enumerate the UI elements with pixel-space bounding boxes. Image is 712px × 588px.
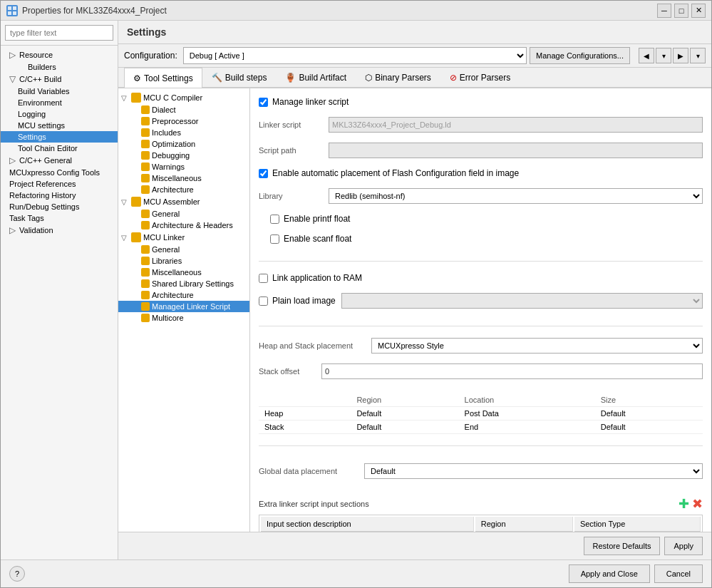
tree-item-settings[interactable]: Settings [1,131,118,143]
extra-sections-actions: ✚ ✖ [679,497,703,510]
tree-dialect[interactable]: Dialect [118,104,249,115]
stack-offset-row: Stack offset [259,363,703,379]
tree-item-environment[interactable]: Environment [1,97,118,108]
scanf-float-label[interactable]: Enable scanf float [270,234,351,244]
script-path-input[interactable] [329,143,703,158]
auto-placement-checkbox[interactable] [259,169,268,178]
tree-shared-library[interactable]: Shared Library Settings [118,278,249,289]
tree-item-logging[interactable]: Logging [1,108,118,120]
tree-item-task-tags[interactable]: Task Tags [1,212,118,224]
tree-preprocessor[interactable]: Preprocessor [118,115,249,127]
divider2 [259,326,703,326]
tree-item-builders[interactable]: Builders [1,61,118,73]
cancel-button[interactable]: Cancel [654,564,703,583]
tree-mcu-assembler[interactable]: ▽ MCU Assembler [118,195,249,208]
heap-region: Default [351,407,458,421]
tab-build-artifact[interactable]: 🏺 Build Artifact [276,68,356,87]
manage-configurations-button[interactable]: Manage Configurations... [530,47,630,64]
tree-mcu-c-compiler[interactable]: ▽ MCU C Compiler [118,91,249,104]
tab-tool-settings[interactable]: ⚙ Tool Settings [124,68,202,88]
tree-general-asm[interactable]: General [118,208,249,220]
minimize-button[interactable]: ─ [657,4,671,18]
tree-misc-linker[interactable]: Miscellaneous [118,267,249,278]
tree-item-build-variables[interactable]: Build Variables [1,86,118,97]
maximize-button[interactable]: □ [674,4,688,18]
linker-script-input[interactable] [329,117,703,133]
remove-section-button[interactable]: ✖ [692,497,703,510]
manage-linker-checkbox[interactable] [259,98,268,107]
plain-load-select[interactable] [341,293,703,309]
divider3 [259,445,703,446]
help-button[interactable]: ? [9,566,25,582]
plain-load-checkbox[interactable] [259,296,268,306]
tree-arch-linker[interactable]: Architecture [118,289,249,301]
forward-button[interactable]: ▶ [673,48,688,63]
optimization-icon [141,140,150,148]
tree-includes[interactable]: Includes [118,127,249,138]
window-title: Properties for MKL33Z64xxx4_Project [22,6,167,16]
tree-item-tool-chain-editor[interactable]: Tool Chain Editor [1,143,118,154]
tree-warnings[interactable]: Warnings [118,161,249,172]
tree-mcu-linker[interactable]: ▽ MCU Linker [118,231,249,244]
assembler-icon [131,197,141,207]
tab-build-steps[interactable]: 🔨 Build steps [202,68,277,87]
printf-float-checkbox[interactable] [270,215,279,224]
tree-item-cpp-general[interactable]: ▷ C/C++ General [1,154,118,167]
apply-close-button[interactable]: Apply and Close [569,564,650,583]
printf-float-label[interactable]: Enable printf float [270,214,350,224]
tree-libraries[interactable]: Libraries [118,255,249,267]
apply-button[interactable]: Apply [664,537,703,555]
tree-multicore[interactable]: Multicore [118,312,249,324]
link-to-ram-text: Link application to RAM [272,273,362,283]
filter-input[interactable] [5,25,113,41]
plain-load-label[interactable]: Plain load image [259,296,336,306]
tree-item-mcuxpresso-config[interactable]: MCUxpresso Config Tools [1,167,118,178]
tree-debugging[interactable]: Debugging [118,150,249,161]
dropdown-arrow2[interactable]: ▾ [690,48,706,63]
tree-item-resource[interactable]: ▷ Resource [1,48,118,61]
link-to-ram-checkbox[interactable] [259,274,268,283]
tree-general-linker[interactable]: General [118,244,249,255]
add-section-button[interactable]: ✚ [679,497,689,510]
arch-linker-icon [141,291,150,299]
global-placement-select[interactable]: Default [364,463,703,479]
tab-binary-parsers[interactable]: ⬡ Binary Parsers [356,68,440,87]
scanf-float-checkbox[interactable] [270,234,279,244]
tree-item-cpp-build[interactable]: ▽ C/C++ Build [1,73,118,86]
library-select[interactable]: Redlib (semihost-nf) Newlib None [329,188,703,204]
tree-item-project-references[interactable]: Project References [1,178,118,190]
tree-item-mcu-settings[interactable]: MCU settings [1,120,118,131]
auto-placement-label[interactable]: Enable automatic placement of Flash Conf… [259,168,519,178]
tree-general-linker-label: General [152,245,180,254]
stack-offset-input[interactable] [321,363,703,379]
plain-load-row: Plain load image [259,293,703,309]
col-header-size: Size [595,393,703,407]
tree-item-validation[interactable]: ▷ Validation [1,224,118,237]
tree-misc[interactable]: Miscellaneous [118,172,249,184]
expand-icon: ▽ [9,74,18,84]
back-button[interactable]: ◀ [639,48,654,63]
link-to-ram-row: Link application to RAM [259,273,703,283]
tab-error-parsers[interactable]: ⊘ Error Parsers [440,68,520,87]
auto-placement-text: Enable automatic placement of Flash Conf… [272,168,519,178]
tree-managed-linker-script[interactable]: Managed Linker Script [118,301,249,312]
col-input-region: Region [475,517,573,532]
managed-script-icon [141,302,150,311]
manage-linker-label[interactable]: Manage linker script [259,97,349,107]
tree-architecture-compiler[interactable]: Architecture [118,184,249,195]
config-select[interactable]: Debug [ Active ] [183,47,527,64]
tree-item-refactoring-history[interactable]: Refactoring History [1,190,118,201]
restore-defaults-button[interactable]: Restore Defaults [584,537,661,555]
tree-item-run-debug-settings[interactable]: Run/Debug Settings [1,201,118,212]
heap-stack-select[interactable]: MCUXpresso Style Default [371,338,703,354]
dropdown-arrow[interactable]: ▾ [656,48,671,63]
link-to-ram-label[interactable]: Link application to RAM [259,273,362,283]
tree-arch-headers[interactable]: Architecture & Headers [118,220,249,231]
close-button[interactable]: ✕ [691,4,706,18]
tree-optimization-label: Optimization [152,140,195,148]
svg-rect-3 [13,11,16,15]
expand-icon: ▽ [121,94,131,102]
tree-optimization[interactable]: Optimization [118,138,249,150]
heap-stack-row: Heap and Stack placement MCUXpresso Styl… [259,338,703,354]
tab-binary-parsers-label: Binary Parsers [375,73,431,83]
